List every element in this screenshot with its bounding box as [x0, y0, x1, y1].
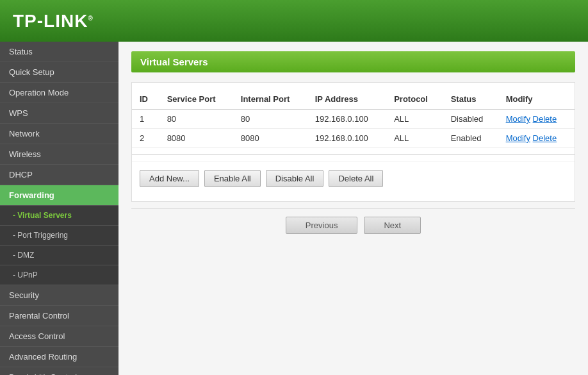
main-layout: StatusQuick SetupOperation ModeWPSNetwor…	[0, 42, 588, 375]
enable-all-button[interactable]: Enable All	[204, 170, 261, 187]
delete-link[interactable]: Delete	[533, 133, 557, 143]
table-cell: 192.168.0.100	[307, 110, 387, 129]
table-header-cell: Internal Port	[233, 89, 307, 110]
pagination-area: Previous Next	[131, 208, 575, 242]
table-header-cell: Status	[443, 89, 498, 110]
table-cell: ALL	[386, 129, 443, 148]
add-new-button[interactable]: Add New...	[140, 170, 199, 187]
sidebar-item-dmz[interactable]: - DMZ	[0, 246, 118, 265]
table-cell: 8080	[159, 129, 233, 148]
previous-button[interactable]: Previous	[286, 217, 358, 234]
table-body: 18080192.168.0.100ALLDisabledModify Dele…	[132, 110, 575, 148]
sidebar-item-wireless[interactable]: Wireless	[0, 144, 118, 165]
logo: TP-LINK®	[13, 11, 94, 31]
sidebar-item-status[interactable]: Status	[0, 42, 118, 62]
next-button[interactable]: Next	[364, 217, 421, 234]
table-cell: 192.168.0.100	[307, 129, 387, 148]
sidebar-item-operation-mode[interactable]: Operation Mode	[0, 83, 118, 103]
disable-all-button[interactable]: Disable All	[266, 170, 324, 187]
table-header-cell: Service Port	[159, 89, 233, 110]
sidebar-item-parental-control[interactable]: Parental Control	[0, 306, 118, 326]
sidebar-item-security[interactable]: Security	[0, 285, 118, 306]
sidebar-item-port-triggering[interactable]: - Port Triggering	[0, 226, 118, 246]
sidebar-item-upnp[interactable]: - UPnP	[0, 265, 118, 285]
table-header-cell: ID	[132, 89, 159, 110]
sidebar-item-access-control[interactable]: Access Control	[0, 326, 118, 347]
table-cell: Enabled	[443, 129, 498, 148]
table-header-cell: Modify	[498, 89, 575, 110]
virtual-servers-table: IDService PortInternal PortIP AddressPro…	[132, 89, 575, 148]
table-cell: 2	[132, 129, 159, 148]
sidebar-item-quick-setup[interactable]: Quick Setup	[0, 62, 118, 83]
header: TP-LINK®	[0, 0, 588, 42]
table-cell: 8080	[233, 129, 307, 148]
sidebar: StatusQuick SetupOperation ModeWPSNetwor…	[0, 42, 118, 375]
sidebar-item-forwarding[interactable]: Forwarding	[0, 185, 118, 206]
logo-text: TP-LINK	[13, 11, 88, 31]
table-cell: 80	[159, 110, 233, 129]
table-row: 280808080192.168.0.100ALLEnabledModify D…	[132, 129, 575, 148]
table-cell: 80	[233, 110, 307, 129]
sidebar-item-advanced-routing[interactable]: Advanced Routing	[0, 347, 118, 367]
modify-cell: Modify Delete	[498, 129, 575, 148]
page-title-bar: Virtual Servers	[131, 51, 575, 72]
table-header-cell: Protocol	[386, 89, 443, 110]
sidebar-item-virtual-servers[interactable]: - Virtual Servers	[0, 206, 118, 226]
sidebar-item-wps[interactable]: WPS	[0, 103, 118, 124]
content-area: IDService PortInternal PortIP AddressPro…	[131, 82, 575, 202]
sidebar-item-bandwidth-control[interactable]: Bandwidth Control	[0, 367, 118, 375]
main-content: Virtual Servers IDService PortInternal P…	[118, 42, 588, 375]
modify-link[interactable]: Modify	[506, 114, 530, 124]
delete-all-button[interactable]: Delete All	[329, 170, 383, 187]
buttons-area: Add New... Enable All Disable All Delete…	[132, 162, 575, 195]
modify-link[interactable]: Modify	[506, 133, 530, 143]
table-cell: ALL	[386, 110, 443, 129]
divider	[132, 154, 575, 155]
table-cell: 1	[132, 110, 159, 129]
delete-link[interactable]: Delete	[533, 114, 557, 124]
logo-tm: ®	[88, 14, 93, 21]
sidebar-item-dhcp[interactable]: DHCP	[0, 165, 118, 185]
page-title: Virtual Servers	[140, 56, 208, 67]
table-header: IDService PortInternal PortIP AddressPro…	[132, 89, 575, 110]
table-cell: Disabled	[443, 110, 498, 129]
table-row: 18080192.168.0.100ALLDisabledModify Dele…	[132, 110, 575, 129]
sidebar-item-network[interactable]: Network	[0, 124, 118, 144]
table-header-cell: IP Address	[307, 89, 387, 110]
modify-cell: Modify Delete	[498, 110, 575, 129]
